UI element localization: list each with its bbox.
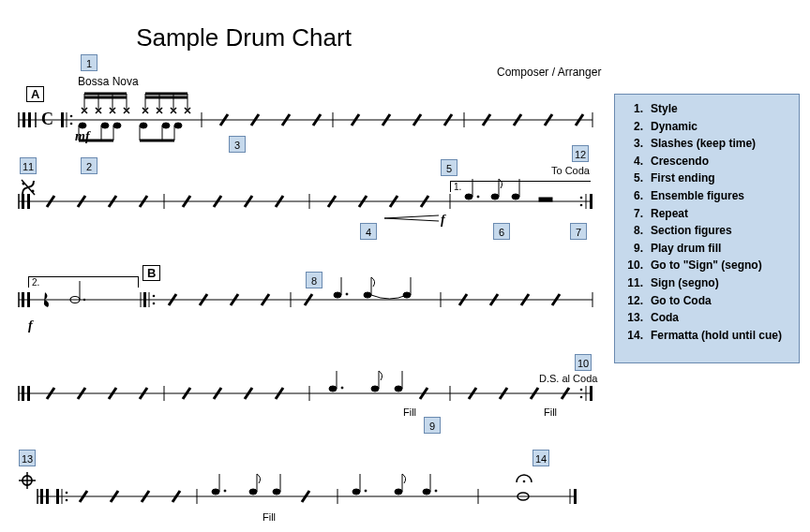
svg-point-176 [66, 492, 68, 495]
callout-8: 8 [306, 272, 322, 288]
svg-rect-11 [28, 112, 31, 127]
svg-point-147 [580, 396, 583, 399]
legend-item: 13.Coda [621, 309, 791, 327]
svg-point-187 [212, 489, 219, 495]
svg-rect-10 [22, 112, 25, 127]
svg-point-49 [113, 123, 121, 128]
callout-5: 5 [441, 159, 458, 176]
svg-rect-149 [590, 386, 592, 401]
svg-point-100 [465, 194, 472, 200]
svg-point-15 [70, 115, 73, 118]
svg-rect-182 [574, 489, 577, 504]
legend-item: 3.Slashes (keep time) [621, 135, 791, 153]
svg-rect-77 [22, 194, 24, 209]
legend-item: 11.Sign (segno) [621, 274, 791, 292]
svg-point-54 [162, 123, 170, 128]
svg-point-197 [365, 490, 367, 492]
svg-point-202 [435, 490, 437, 492]
svg-point-47 [101, 123, 109, 128]
callout-11: 11 [20, 157, 37, 174]
legend-item: 8.Section figures [621, 222, 791, 240]
svg-point-130 [346, 293, 348, 295]
legend-box: 1.Style2.Dynamic3.Slashes (keep time)4.C… [614, 94, 800, 363]
credit-text: Composer / Arranger [497, 66, 601, 79]
legend-item: 1.Style [621, 100, 791, 118]
svg-point-128 [334, 292, 341, 298]
legend-item: 2.Dynamic [621, 118, 791, 136]
svg-point-161 [371, 386, 379, 392]
svg-point-200 [423, 489, 430, 495]
svg-line-98 [384, 215, 439, 218]
legend-item: 6.Ensemble figures [621, 187, 791, 205]
svg-rect-173 [46, 489, 49, 504]
svg-rect-111 [27, 292, 30, 307]
svg-point-195 [352, 489, 360, 495]
coda-icon [19, 472, 36, 489]
svg-point-52 [140, 123, 147, 128]
callout-10: 10 [575, 354, 592, 371]
svg-rect-141 [22, 386, 24, 401]
svg-rect-172 [40, 489, 43, 504]
rehearsal-b: B [142, 265, 160, 281]
svg-rect-110 [22, 292, 24, 307]
svg-point-1 [22, 183, 25, 185]
chart-title: Sample Drum Chart [0, 23, 488, 52]
svg-rect-85 [590, 194, 592, 209]
volta-1: 1. [450, 181, 591, 192]
svg-point-146 [580, 389, 583, 392]
callout-1: 1 [81, 54, 98, 71]
svg-point-131 [364, 292, 371, 298]
svg-point-163 [395, 386, 402, 392]
svg-rect-174 [56, 489, 59, 504]
svg-point-16 [70, 123, 73, 126]
svg-point-102 [477, 196, 479, 198]
svg-point-198 [395, 489, 402, 495]
svg-point-189 [224, 490, 226, 492]
svg-point-192 [273, 489, 280, 495]
svg-rect-107 [539, 198, 552, 201]
svg-point-177 [66, 499, 68, 502]
svg-rect-78 [27, 194, 30, 209]
svg-point-105 [512, 194, 519, 200]
svg-point-83 [580, 204, 583, 207]
legend-item: 4.Crescendo [621, 153, 791, 170]
rehearsal-a: A [26, 86, 44, 102]
fermata-icon [515, 471, 533, 484]
legend-item: 9.Play drum fill [621, 240, 791, 258]
svg-point-45 [79, 123, 86, 128]
style-text: Bossa Nova [78, 75, 139, 88]
svg-rect-13 [61, 112, 64, 127]
svg-point-133 [403, 292, 411, 298]
legend-item: 7.Repeat [621, 205, 791, 223]
svg-text:C: C [41, 110, 53, 128]
volta-2: 2. [28, 276, 139, 288]
svg-point-115 [153, 295, 156, 298]
to-coda-text: To Coda [551, 165, 590, 176]
callout-14: 14 [532, 450, 549, 466]
svg-point-82 [580, 197, 583, 200]
callout-13: 13 [19, 450, 36, 466]
svg-point-158 [329, 386, 337, 392]
legend-item: 5.First ending [621, 170, 791, 187]
svg-point-116 [153, 303, 156, 305]
svg-point-6 [523, 480, 526, 483]
svg-point-160 [341, 387, 343, 389]
svg-point-103 [491, 194, 499, 200]
legend-item: 14.Fermatta (hold until cue) [621, 327, 791, 345]
callout-2: 2 [81, 157, 98, 174]
svg-point-56 [174, 123, 182, 128]
svg-rect-113 [143, 292, 146, 307]
svg-point-190 [249, 489, 257, 495]
legend-item: 12.Go to Coda [621, 292, 791, 310]
ds-al-coda-text: D.S. al Coda [539, 373, 597, 384]
svg-rect-142 [27, 386, 30, 401]
svg-line-99 [384, 218, 439, 221]
svg-point-121 [83, 299, 85, 301]
legend-item: 10.Go to "Sign" (segno) [621, 257, 791, 274]
